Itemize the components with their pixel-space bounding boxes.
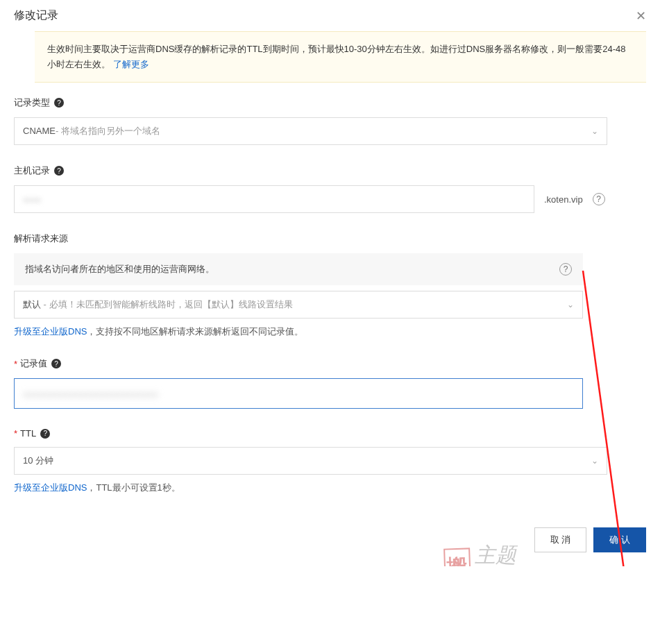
record-value-redacted: xxxxxxxxxxxxxxxxxxxxxxxxxx — [23, 388, 158, 400]
help-icon[interactable]: ? — [51, 359, 61, 368]
upgrade-dns-link[interactable]: 升级至企业版DNS — [14, 326, 87, 337]
host-suffix: .koten.vip — [544, 194, 583, 205]
ttl-select[interactable]: 10 分钟 ⌄ — [14, 447, 607, 475]
record-type-value: CNAME — [23, 126, 56, 136]
record-value-label: 记录值 — [20, 357, 47, 370]
chevron-down-icon: ⌄ — [567, 300, 574, 310]
chevron-down-icon: ⌄ — [591, 456, 598, 466]
host-input[interactable]: xxxx — [14, 185, 534, 213]
help-circle-icon[interactable]: ? — [593, 193, 605, 205]
required-mark: * — [14, 359, 17, 369]
ttl-hint: ，TTL最小可设置1秒。 — [87, 482, 180, 493]
ttl-label: TTL — [20, 428, 36, 439]
source-select[interactable]: 默认 - 必填！未匹配到智能解析线路时，返回【默认】线路设置结果 ⌄ — [14, 291, 583, 319]
close-icon[interactable]: ✕ — [636, 10, 646, 22]
source-desc: - 必填！未匹配到智能解析线路时，返回【默认】线路设置结果 — [41, 299, 293, 310]
source-info: 指域名访问者所在的地区和使用的运营商网络。 — [25, 263, 214, 276]
source-hint: ，支持按不同地区解析请求来源解析返回不同记录值。 — [87, 326, 303, 337]
host-value-redacted: xxxx — [23, 194, 41, 205]
ttl-value: 10 分钟 — [23, 455, 53, 467]
help-icon[interactable]: ? — [54, 98, 64, 108]
help-circle-icon[interactable]: ? — [559, 263, 572, 276]
cancel-button[interactable]: 取 消 — [534, 527, 587, 552]
chevron-down-icon: ⌄ — [591, 126, 598, 136]
record-value-input[interactable]: xxxxxxxxxxxxxxxxxxxxxxxxxx — [14, 378, 583, 409]
source-value: 默认 — [23, 299, 41, 310]
source-label: 解析请求来源 — [14, 232, 68, 245]
notice-banner: 生效时间主要取决于运营商DNS缓存的解析记录的TTL到期时间，预计最快10-30… — [35, 31, 646, 83]
confirm-button[interactable]: 确 认 — [593, 527, 646, 552]
record-type-select[interactable]: CNAME- 将域名指向另外一个域名 ⌄ — [14, 117, 607, 145]
help-icon[interactable]: ? — [40, 429, 50, 439]
record-type-label: 记录类型 — [14, 96, 50, 109]
dialog-title: 修改记录 — [14, 8, 58, 23]
help-icon[interactable]: ? — [54, 166, 64, 176]
required-mark: * — [14, 428, 17, 439]
record-type-desc: - 将域名指向另外一个域名 — [56, 126, 160, 136]
host-label: 主机记录 — [14, 164, 50, 177]
learn-more-link[interactable]: 了解更多 — [113, 59, 149, 69]
upgrade-dns-link-ttl[interactable]: 升级至企业版DNS — [14, 482, 87, 493]
